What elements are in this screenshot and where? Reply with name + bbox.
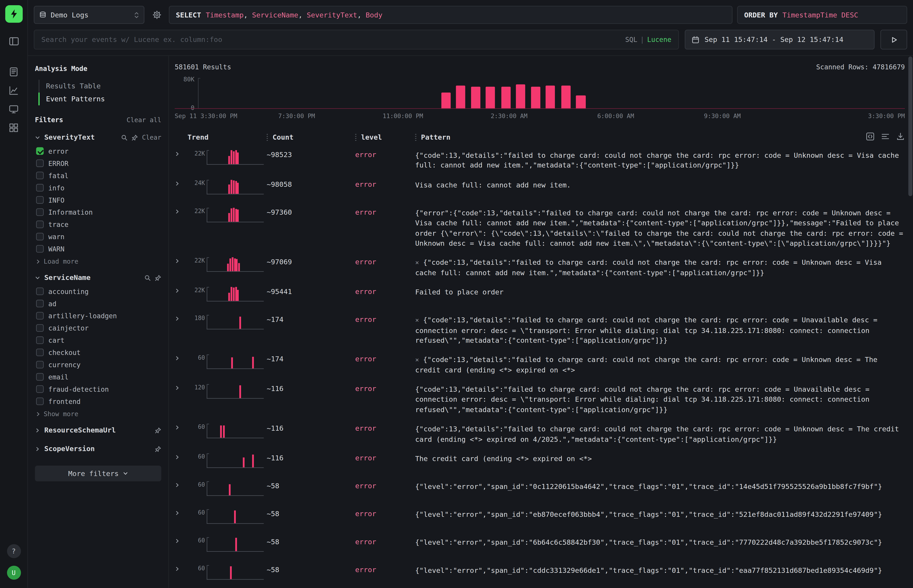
checkbox[interactable] <box>36 208 44 216</box>
clear-all-filters-button[interactable]: Clear all <box>126 116 161 124</box>
facet-option-warn[interactable]: warn <box>35 231 161 243</box>
histogram-bar[interactable] <box>516 84 525 109</box>
nav-chart-explorer[interactable] <box>7 84 20 97</box>
column-level[interactable]: level <box>361 133 382 141</box>
search-icon[interactable] <box>121 134 128 141</box>
pattern-row[interactable]: 24K~98058errorVisa cache full: cannot ad… <box>175 175 905 203</box>
filter-group-header[interactable]: ScopeVersion <box>35 441 161 456</box>
user-avatar[interactable]: U <box>7 566 21 580</box>
events-histogram[interactable]: 80K 0 <box>175 76 905 109</box>
pattern-row[interactable]: 60~116errorThe credit card (ending <*> e… <box>175 449 905 477</box>
search-bar[interactable]: SQL|Lucene <box>34 30 679 49</box>
facet-option-email[interactable]: email <box>35 371 161 383</box>
row-density-icon[interactable] <box>881 132 890 141</box>
facet-option-ad[interactable]: ad <box>35 297 161 310</box>
pin-icon[interactable] <box>155 427 161 433</box>
expand-chevron-icon[interactable] <box>175 257 187 264</box>
expand-chevron-icon[interactable] <box>175 509 187 516</box>
pattern-row[interactable]: 60~58error{"level":"error","span_id":"eb… <box>175 505 905 533</box>
histogram-bar[interactable] <box>576 96 586 109</box>
code-view-icon[interactable] <box>866 132 875 141</box>
pattern-row[interactable]: 60~58error{"level":"error","span_id":"0c… <box>175 477 905 505</box>
analysis-mode-results-table[interactable]: Results Table <box>38 80 161 92</box>
filter-group-header[interactable]: ServiceName <box>35 270 161 285</box>
column-trend[interactable]: Trend <box>188 133 209 141</box>
checkbox[interactable] <box>36 385 44 393</box>
checkbox[interactable] <box>36 300 44 307</box>
checkbox[interactable] <box>36 349 44 356</box>
expand-chevron-icon[interactable] <box>175 286 187 294</box>
facet-option-cart[interactable]: cart <box>35 334 161 346</box>
more-filters-button[interactable]: More filters <box>35 465 161 481</box>
nav-search-logs[interactable] <box>7 65 20 78</box>
facet-option-fraud-detection[interactable]: fraud-detection <box>35 383 161 395</box>
checkbox[interactable] <box>36 184 44 191</box>
help-button[interactable]: ? <box>7 544 21 558</box>
expand-chevron-icon[interactable] <box>175 423 187 430</box>
facet-option-checkout[interactable]: checkout <box>35 346 161 359</box>
facet-option-fatal[interactable]: fatal <box>35 169 161 182</box>
scrollbar-thumb[interactable] <box>908 57 912 196</box>
sql-mode-toggle[interactable]: SQL <box>625 36 637 44</box>
expand-chevron-icon[interactable] <box>175 150 187 157</box>
expand-chevron-icon[interactable] <box>175 481 187 488</box>
order-by-input[interactable]: ORDER BY TimestampTime DESC <box>737 6 907 24</box>
filter-group-header[interactable]: SeverityTextClear <box>35 130 161 145</box>
search-icon[interactable] <box>144 275 151 281</box>
pin-icon[interactable] <box>155 446 161 452</box>
source-settings-button[interactable] <box>149 6 164 24</box>
facet-option-frontend[interactable]: frontend <box>35 395 161 407</box>
pin-icon[interactable] <box>131 134 138 141</box>
facet-option-information[interactable]: Information <box>35 206 161 218</box>
checkbox[interactable] <box>36 373 44 381</box>
checkbox[interactable] <box>36 196 44 204</box>
checkbox[interactable] <box>36 171 44 179</box>
checkbox[interactable] <box>36 288 44 295</box>
nav-dashboards[interactable] <box>7 121 20 134</box>
pattern-row[interactable]: 22K~95441errorFailed to place order <box>175 283 905 310</box>
pattern-row[interactable]: 60~58error{"level":"error","span_id":"cd… <box>175 561 905 588</box>
load-more-button[interactable]: Show more <box>35 407 161 419</box>
search-input[interactable] <box>41 36 619 44</box>
checkbox[interactable] <box>36 221 44 228</box>
pattern-row[interactable]: 22K~97360error{"error":{"code":13,"detai… <box>175 203 905 253</box>
checkbox[interactable] <box>36 324 44 332</box>
pattern-row[interactable]: 120~116error{"code":13,"details":"failed… <box>175 380 905 419</box>
checkbox[interactable] <box>36 160 44 167</box>
pattern-row[interactable]: 22K~97069error×{"code":13,"details":"fai… <box>175 253 905 282</box>
facet-option-accounting[interactable]: accounting <box>35 285 161 297</box>
run-query-button[interactable] <box>881 30 907 49</box>
pattern-row[interactable]: 60~174error×{"code":13,"details":"failed… <box>175 350 905 380</box>
histogram-bar[interactable] <box>546 86 555 109</box>
column-pattern[interactable]: Pattern <box>421 133 450 141</box>
facet-option-error[interactable]: error <box>35 145 161 157</box>
checkbox[interactable] <box>36 233 44 240</box>
facet-option-error[interactable]: ERROR <box>35 157 161 169</box>
expand-chevron-icon[interactable] <box>175 179 187 186</box>
download-icon[interactable] <box>896 132 905 141</box>
histogram-bar[interactable] <box>486 86 495 109</box>
expand-chevron-icon[interactable] <box>175 384 187 391</box>
facet-option-trace[interactable]: trace <box>35 218 161 231</box>
checkbox[interactable] <box>36 147 44 155</box>
pattern-row[interactable]: 180~174error×{"code":13,"details":"faile… <box>175 310 905 350</box>
checkbox[interactable] <box>36 245 44 252</box>
date-range-picker[interactable]: Sep 11 15:47:14 - Sep 12 15:47:14 <box>685 30 874 49</box>
pattern-row[interactable]: 60~58error{"level":"error","span_id":"6b… <box>175 533 905 561</box>
facet-option-info[interactable]: INFO <box>35 194 161 206</box>
lucene-mode-toggle[interactable]: Lucene <box>647 36 672 44</box>
source-selector[interactable]: Demo Logs <box>34 6 144 24</box>
select-clause-input[interactable]: SELECT Timestamp, ServiceName, SeverityT… <box>169 6 732 24</box>
scrollbar[interactable] <box>908 56 912 588</box>
clear-facet-button[interactable]: Clear <box>142 134 161 141</box>
expand-chevron-icon[interactable] <box>175 354 187 361</box>
checkbox[interactable] <box>36 397 44 405</box>
expand-chevron-icon[interactable] <box>175 536 187 544</box>
expand-chevron-icon[interactable] <box>175 453 187 460</box>
expand-chevron-icon[interactable] <box>175 207 187 214</box>
facet-option-cainjector[interactable]: cainjector <box>35 322 161 334</box>
pin-icon[interactable] <box>155 275 161 281</box>
pattern-row[interactable]: 22K~98523error{"code":13,"details":"fail… <box>175 145 905 175</box>
filter-group-header[interactable]: ResourceSchemaUrl <box>35 423 161 438</box>
histogram-bar[interactable] <box>561 86 571 109</box>
